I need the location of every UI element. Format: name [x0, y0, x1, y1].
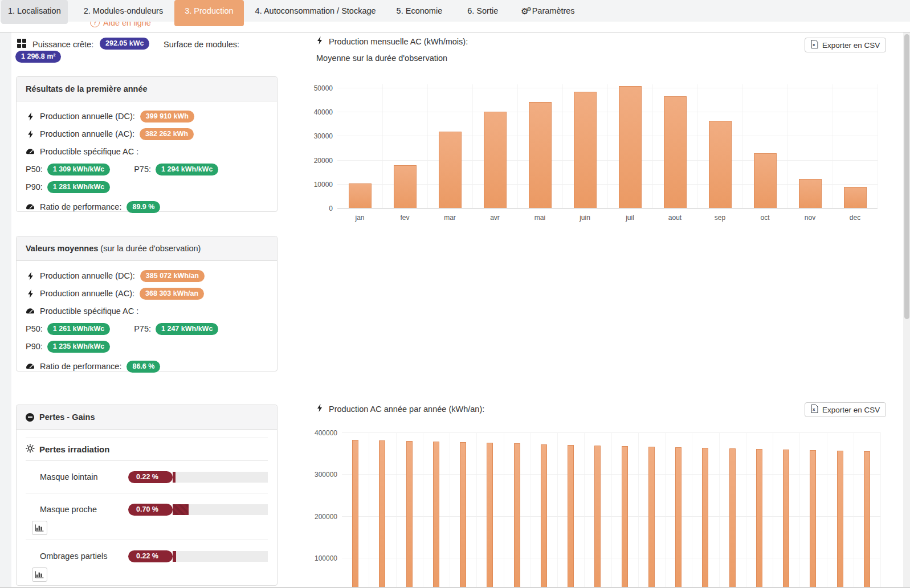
bar [460, 442, 466, 588]
vertical-gridline [827, 432, 827, 588]
bolt-icon [26, 129, 35, 139]
vertical-gridline [611, 432, 612, 588]
excel-file-icon: x [811, 40, 818, 50]
p90-badge: 1 281 kWh/kWc [47, 181, 110, 193]
bar [406, 441, 413, 588]
bar [568, 445, 574, 588]
ratio-label: Ratio de performance: [40, 202, 121, 211]
bar [756, 449, 762, 588]
bar [754, 153, 777, 208]
vertical-gridline [504, 432, 504, 588]
tab-production[interactable]: 3. Production [174, 0, 243, 26]
bar [484, 112, 507, 208]
horizontal-gridline [337, 136, 878, 136]
loss-bar [173, 472, 268, 483]
bar [487, 443, 493, 588]
bar [709, 121, 732, 208]
prod-dc-badge: 385 072 kWh/an [140, 270, 205, 282]
bar [349, 183, 372, 208]
tab-localisation[interactable]: 1. Localisation [1, 0, 68, 24]
export-csv-button-monthly[interactable]: x Exporter en CSV [805, 38, 886, 52]
loss-value-badge: 0.70 % [128, 504, 173, 516]
loss-bar [173, 504, 268, 515]
bar [799, 179, 822, 208]
loss-bar-fill [173, 504, 189, 515]
x-axis-tick-label: dec [833, 214, 878, 222]
vertical-gridline [665, 432, 666, 588]
loss-label: Masque proche [26, 505, 128, 514]
bar [702, 448, 708, 588]
tab-economie[interactable]: 5. Economie [390, 0, 450, 22]
vertical-gridline [517, 84, 518, 208]
puissance-crete-label: Puissance crête: [32, 40, 93, 49]
bar [810, 450, 816, 588]
average-panel-title: Valeurs moyennes (sur la durée d'observa… [17, 236, 277, 261]
prod-ac-label: Production annuelle (AC): [40, 289, 134, 298]
vertical-gridline [880, 432, 881, 588]
bar [594, 446, 601, 588]
sun-icon [26, 444, 35, 455]
vertical-gridline [638, 432, 639, 588]
bar [844, 187, 867, 208]
loss-label: Ombrages partiels [26, 552, 128, 561]
y-axis-tick-label: 10000 [300, 181, 333, 189]
bolt-icon [316, 36, 323, 47]
loss-bar-fill [173, 551, 176, 562]
bar [864, 451, 870, 588]
vertical-gridline [719, 432, 720, 588]
left-gutter [0, 32, 11, 588]
prod-dc-label: Production annuelle (DC): [40, 271, 135, 280]
modules-grid-icon [17, 39, 26, 50]
vertical-scrollbar[interactable] [903, 32, 910, 588]
ratio-badge: 86.6 % [126, 361, 160, 373]
vertical-gridline [742, 84, 743, 208]
vertical-gridline [878, 84, 878, 208]
surface-modules-label: Surface de modules: [164, 40, 239, 49]
y-axis-tick-label: 20000 [300, 157, 333, 165]
x-axis-tick-label: juil [607, 214, 652, 222]
x-axis-tick-label: aout [652, 214, 697, 222]
horizontal-gridline [337, 184, 878, 185]
y-axis-tick-label: 100000 [304, 554, 337, 562]
loss-value-badge: 0.22 % [128, 471, 173, 483]
pertes-gains-panel: Pertes - Gains Pertes irradiation Masque… [16, 405, 278, 586]
vertical-gridline [787, 84, 788, 208]
x-axis-tick-label: avr [472, 214, 517, 222]
p75-label: P75: [134, 324, 151, 333]
first-year-panel-title: Résultats de la première année [17, 77, 277, 101]
pertes-irradiation-section: Pertes irradiation [26, 444, 268, 455]
loss-row-masque-proche: Masque proche 0.70 % [26, 498, 268, 521]
bar [439, 132, 462, 208]
tab-parametres[interactable]: ⚙⚙Paramètres [514, 0, 581, 22]
ratio-badge: 89.9 % [126, 201, 160, 213]
scrollbar-thumb[interactable] [904, 34, 909, 319]
export-csv-button-yearly[interactable]: x Exporter en CSV [805, 402, 886, 417]
bar [837, 451, 843, 588]
tab-autoconsommation-stockage[interactable]: 4. Autoconsommation / Stockage [248, 0, 383, 22]
excel-file-icon: x [811, 405, 818, 415]
puissance-crete-badge: 292.05 kWc [100, 38, 149, 50]
bar [433, 442, 439, 588]
tab-sortie[interactable]: 6. Sortie [460, 0, 505, 22]
bar [783, 450, 789, 588]
vertical-gridline [396, 432, 397, 588]
vertical-gridline [692, 432, 692, 588]
gears-icon: ⚙⚙ [521, 1, 528, 22]
prod-dc-label: Production annuelle (DC): [40, 112, 135, 121]
bar [379, 440, 385, 588]
bar [664, 96, 687, 208]
p50-badge: 1 309 kWh/kWc [47, 164, 110, 175]
bar [574, 92, 597, 208]
y-axis-tick-label: 300000 [304, 471, 337, 479]
pertes-gains-header[interactable]: Pertes - Gains [17, 405, 277, 430]
prod-ac-badge: 368 303 kWh/an [140, 288, 204, 300]
tachometer-icon [26, 203, 35, 211]
p75-badge: 1 247 kWh/kWc [156, 323, 218, 335]
bar [352, 440, 358, 588]
tab-modules-onduleurs[interactable]: 2. Modules-onduleurs [77, 0, 170, 22]
surface-modules-badge: 1 296.8 m² [15, 51, 61, 63]
y-axis-tick-label: 400000 [304, 429, 337, 437]
y-axis-tick-label: 0 [300, 205, 333, 213]
loss-detail-chart-button[interactable] [32, 567, 47, 582]
loss-detail-chart-button[interactable] [32, 521, 47, 535]
